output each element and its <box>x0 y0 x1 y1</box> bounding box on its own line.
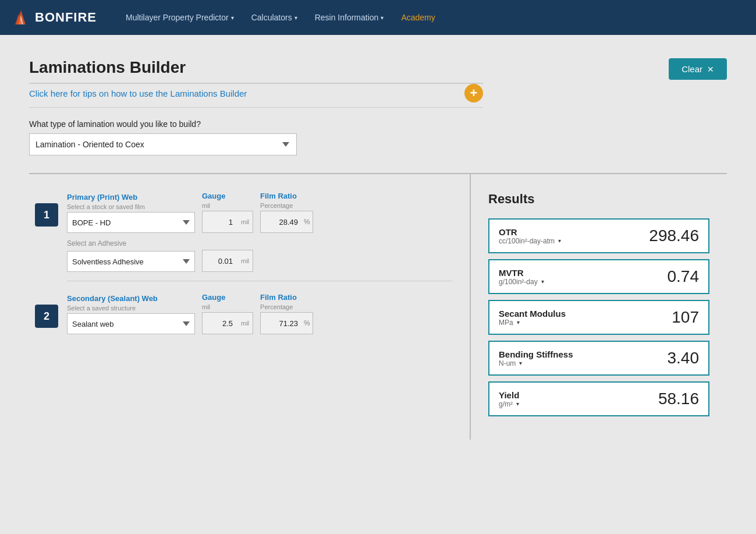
layer-1-row: 1 Primary (Print) Web Select a stock or … <box>35 192 452 233</box>
layer-2-row: 2 Secondary (Sealant) Web Select a saved… <box>35 293 452 334</box>
two-col-layout: 1 Primary (Print) Web Select a stock or … <box>29 173 727 440</box>
layer-1-filmratio-input-wrapper: % <box>260 211 313 233</box>
layer-2-gauge-unit: mil <box>237 320 253 327</box>
result-bending-name: Bending Stiffness <box>499 349 573 359</box>
adhesive-select[interactable]: Solventless Adhesive <box>67 251 195 272</box>
navbar: BONFIRE Multilayer Property Predictor ▾ … <box>0 0 756 35</box>
logo[interactable]: BONFIRE <box>12 8 97 27</box>
layer-1-web-sublabel: Select a stock or saved film <box>67 203 195 210</box>
layer-2-web-label: Secondary (Sealant) Web <box>67 294 195 303</box>
layer-1-number: 1 <box>35 203 58 227</box>
tips-row: Click here for tips on how to use the La… <box>29 84 483 102</box>
chevron-down-icon[interactable]: ▾ <box>541 278 544 285</box>
layer-1-web-select[interactable]: BOPE - HD <box>67 212 195 233</box>
result-bending-unit-row: N-um ▾ <box>499 359 573 367</box>
result-yield-left: Yield g/m² ▾ <box>499 390 519 408</box>
adhesive-label: Select an Adhesive <box>67 239 195 247</box>
adhesive-row: Select an Adhesive Solventless Adhesive … <box>67 239 452 272</box>
layer-1-gauge-unit: mil <box>237 218 253 225</box>
layer-2-gauge-input[interactable] <box>203 313 237 334</box>
layer-1-filmratio-sublabel: Percentage <box>260 202 313 209</box>
layer-1-web-label: Primary (Print) Web <box>67 193 195 201</box>
layer-2-fields-row: Secondary (Sealant) Web Select a saved s… <box>67 293 452 334</box>
adhesive-divider <box>67 281 452 281</box>
result-otr-unit: cc/100in²-day-atm <box>499 237 555 245</box>
flame-icon <box>12 8 30 27</box>
layer-2-fields: Secondary (Sealant) Web Select a saved s… <box>67 293 452 334</box>
result-card-bending: Bending Stiffness N-um ▾ 3.40 <box>488 341 709 376</box>
result-card-otr: OTR cc/100in²-day-atm ▾ 298.46 <box>488 218 709 253</box>
adhesive-group: Select an Adhesive Solventless Adhesive <box>67 239 195 272</box>
layer-1-section: 1 Primary (Print) Web Select a stock or … <box>35 192 452 281</box>
layer-2-filmratio-sublabel: Percentage <box>260 303 313 310</box>
nav-items: Multilayer Property Predictor ▾ Calculat… <box>126 13 435 22</box>
right-column: Results OTR cc/100in²-day-atm ▾ 298.46 M… <box>471 174 727 440</box>
layer-1-fields: Primary (Print) Web Select a stock or sa… <box>67 192 452 233</box>
result-secant-unit: MPa <box>499 319 513 327</box>
nav-academy[interactable]: Academy <box>401 13 435 22</box>
nav-calculators[interactable]: Calculators ▾ <box>251 13 297 22</box>
chevron-down-icon: ▾ <box>294 15 297 21</box>
result-secant-value: 107 <box>672 308 699 327</box>
results-title: Results <box>488 192 709 207</box>
layer-2-filmratio-input-wrapper: % <box>260 312 313 334</box>
result-mvtr-unit-row: g/100in²-day ▾ <box>499 278 544 286</box>
layer-2-gauge-sublabel: mil <box>202 303 253 310</box>
result-otr-unit-row: cc/100in²-day-atm ▾ <box>499 237 561 245</box>
result-secant-left: Secant Modulus MPa ▾ <box>499 309 566 327</box>
result-yield-unit: g/m² <box>499 400 513 408</box>
layer-2-filmratio-label: Film Ratio <box>260 293 313 302</box>
adhesive-gauge-input[interactable] <box>203 250 237 271</box>
layer-1-gauge-input[interactable] <box>203 211 237 232</box>
result-otr-value: 298.46 <box>649 227 699 245</box>
layer-2-percent-sign: % <box>301 319 313 327</box>
result-otr-name: OTR <box>499 227 561 237</box>
layer-1-filmratio-input[interactable] <box>261 211 301 232</box>
layer-2-filmratio-input[interactable] <box>261 313 301 334</box>
layer-2-web-select[interactable]: Sealant web <box>67 313 195 334</box>
result-mvtr-unit: g/100in²-day <box>499 278 538 286</box>
result-bending-unit: N-um <box>499 359 516 367</box>
chevron-down-icon[interactable]: ▾ <box>516 401 519 407</box>
logo-text: BONFIRE <box>35 10 97 25</box>
page-title: Laminations Builder <box>29 58 483 84</box>
chevron-down-icon[interactable]: ▾ <box>517 319 520 326</box>
add-tips-button[interactable]: + <box>464 84 483 102</box>
result-yield-name: Yield <box>499 390 519 400</box>
result-otr-left: OTR cc/100in²-day-atm ▾ <box>499 227 561 245</box>
layer-1-filmratio-group: Film Ratio Percentage % <box>260 192 313 233</box>
close-icon: ✕ <box>707 65 714 74</box>
result-bending-left: Bending Stiffness N-um ▾ <box>499 349 573 367</box>
lamination-type-label: What type of lamination would you like t… <box>29 119 483 129</box>
clear-label: Clear <box>682 64 702 74</box>
result-mvtr-left: MVTR g/100in²-day ▾ <box>499 268 544 286</box>
result-card-mvtr: MVTR g/100in²-day ▾ 0.74 <box>488 259 709 294</box>
layer-1-gauge-sublabel: mil <box>202 202 253 209</box>
layer-2-filmratio-group: Film Ratio Percentage % <box>260 293 313 334</box>
adhesive-gauge-unit: mil <box>237 257 253 264</box>
main-content: Laminations Builder Click here for tips … <box>0 35 756 457</box>
layer-1-fields-row: Primary (Print) Web Select a stock or sa… <box>67 192 452 233</box>
layer-2-section: 2 Secondary (Sealant) Web Select a saved… <box>35 293 452 334</box>
layer-1-web-group: Primary (Print) Web Select a stock or sa… <box>67 193 195 233</box>
nav-multilayer[interactable]: Multilayer Property Predictor ▾ <box>126 13 234 22</box>
layer-1-gauge-label: Gauge <box>202 192 253 200</box>
layer-1-percent-sign: % <box>301 218 313 226</box>
tips-link[interactable]: Click here for tips on how to use the La… <box>29 89 247 98</box>
lamination-type-select[interactable]: Lamination - Oriented to Coex <box>29 133 297 155</box>
clear-button[interactable]: Clear ✕ <box>669 58 727 80</box>
adhesive-gauge-group: mil <box>202 239 253 272</box>
layer-1-gauge-input-wrapper: mil <box>202 211 253 233</box>
chevron-down-icon[interactable]: ▾ <box>519 360 522 366</box>
chevron-down-icon[interactable]: ▾ <box>558 238 561 244</box>
nav-resin[interactable]: Resin Information ▾ <box>315 13 384 22</box>
title-section: Laminations Builder Click here for tips … <box>29 58 483 167</box>
adhesive-gauge-input-wrapper: mil <box>202 250 253 272</box>
chevron-down-icon: ▾ <box>381 15 384 21</box>
result-mvtr-value: 0.74 <box>668 267 700 286</box>
result-bending-value: 3.40 <box>668 349 700 367</box>
result-card-secant: Secant Modulus MPa ▾ 107 <box>488 300 709 335</box>
layer-1-gauge-group: Gauge mil mil <box>202 192 253 233</box>
result-mvtr-name: MVTR <box>499 268 544 278</box>
result-secant-unit-row: MPa ▾ <box>499 319 566 327</box>
